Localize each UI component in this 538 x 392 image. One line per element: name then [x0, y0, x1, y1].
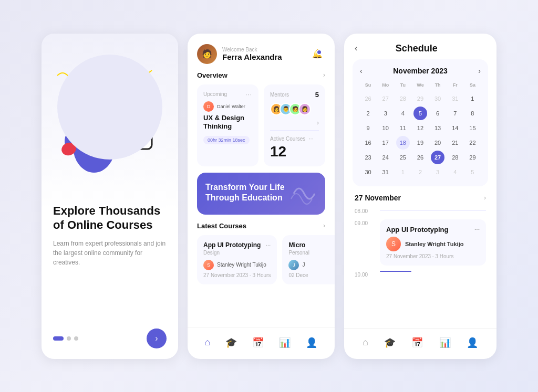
- cal-day-oct26[interactable]: 26: [361, 92, 375, 105]
- nav-profile-icon[interactable]: 👤: [303, 335, 320, 351]
- course-1-author-name: Stanley Wright Tukijo: [217, 262, 266, 268]
- course-1-menu-icon[interactable]: ···: [265, 241, 271, 249]
- event-author-avatar: S: [386, 237, 401, 251]
- next-button[interactable]: ›: [147, 329, 167, 348]
- prev-month-button[interactable]: ‹: [360, 67, 363, 75]
- cal-day-5[interactable]: 5: [413, 107, 427, 120]
- latest-courses-label: Latest Courses: [197, 222, 246, 230]
- notification-bell-icon[interactable]: 🔔: [309, 46, 325, 62]
- illustration-area: [42, 34, 178, 191]
- sched-nav-stats-icon[interactable]: 📊: [436, 335, 454, 351]
- calendar-grid: Su Mo Tu We Th Fr Sa 26 27 28 29 30 31 1…: [360, 81, 481, 179]
- sched-nav-calendar-icon[interactable]: 📅: [408, 335, 426, 351]
- event-author-row: S Stanley Wright Tukijo: [386, 237, 480, 251]
- cal-day-29[interactable]: 29: [465, 151, 479, 164]
- cal-day-21[interactable]: 21: [448, 136, 462, 150]
- cal-day-18[interactable]: 18: [396, 136, 410, 150]
- cal-day-28[interactable]: 28: [448, 151, 462, 164]
- schedule-date-chevron-icon[interactable]: ›: [484, 194, 486, 202]
- calendar-widget: ‹ November 2023 › Su Mo Tu We Th Fr Sa 2…: [353, 59, 488, 186]
- bottom-nav: ⌂ 🎓 📅 📊 👤: [188, 327, 335, 359]
- sched-nav-home-icon[interactable]: ⌂: [359, 335, 371, 350]
- cal-day-31[interactable]: 31: [379, 165, 392, 179]
- cal-day-4[interactable]: 4: [396, 107, 410, 120]
- active-courses-section: Active Courses ·· 12: [270, 130, 319, 160]
- nav-courses-icon[interactable]: 🎓: [222, 335, 240, 351]
- cal-header-sa: Sa: [464, 81, 481, 91]
- latest-courses-chevron-icon[interactable]: ›: [323, 222, 325, 229]
- upcoming-instructor-row: D Daniel Walter: [203, 101, 252, 112]
- mentors-card: Mentors 5 👩 👨 🧑 👩 › Active Courses ·· 12: [264, 84, 325, 166]
- mentors-more-icon[interactable]: ›: [317, 119, 319, 126]
- event-card-1[interactable]: App UI Prototyping ··· S Stanley Wright …: [380, 219, 486, 266]
- cal-day-dec5[interactable]: 5: [465, 165, 479, 179]
- dot-3[interactable]: [74, 336, 78, 341]
- cal-day-2[interactable]: 2: [361, 107, 375, 120]
- cal-day-oct28[interactable]: 28: [396, 92, 410, 105]
- cal-day-30[interactable]: 30: [361, 165, 375, 179]
- cal-day-8[interactable]: 8: [465, 107, 479, 120]
- instructor-name: Daniel Walter: [217, 104, 245, 109]
- cal-day-dec1[interactable]: 1: [396, 165, 410, 179]
- course-card-2[interactable]: Micro Personal J J 02 Dece: [282, 235, 335, 284]
- cal-day-oct30[interactable]: 30: [431, 92, 444, 105]
- cal-day-15[interactable]: 15: [465, 121, 479, 135]
- overview-chevron-icon[interactable]: ›: [323, 71, 325, 79]
- dot-1[interactable]: [53, 336, 64, 341]
- nav-calendar-icon[interactable]: 📅: [249, 335, 267, 351]
- course-card-1[interactable]: App UI Prototyping ··· Design S Stanley …: [197, 235, 277, 284]
- cal-day-dec2[interactable]: 2: [413, 165, 427, 179]
- course-2-author-row: J J: [288, 260, 335, 270]
- cal-day-3[interactable]: 3: [379, 107, 392, 120]
- cal-day-oct31[interactable]: 31: [448, 92, 462, 105]
- cal-day-dec3[interactable]: 3: [431, 165, 444, 179]
- course-1-author-row: S Stanley Wright Tukijo: [203, 260, 271, 270]
- upcoming-menu-icon[interactable]: ···: [245, 91, 252, 98]
- cal-day-14[interactable]: 14: [448, 121, 462, 135]
- banner-text: Transform Your Life Through Education: [205, 182, 295, 204]
- sched-nav-courses-icon[interactable]: 🎓: [381, 335, 399, 351]
- upcoming-card: Upcoming ··· D Daniel Walter UX & Design…: [197, 84, 258, 166]
- hero-title: Explore Thousands of Online Courses: [53, 204, 167, 232]
- nav-stats-icon[interactable]: 📊: [276, 335, 294, 351]
- next-month-button[interactable]: ›: [478, 67, 481, 75]
- cal-day-10[interactable]: 10: [379, 121, 392, 135]
- mentors-header: Mentors 5: [270, 91, 319, 99]
- cal-day-12[interactable]: 12: [413, 121, 427, 135]
- cal-day-oct29[interactable]: 29: [413, 92, 427, 105]
- current-time-indicator: [380, 271, 411, 272]
- promo-banner[interactable]: Transform Your Life Through Education: [197, 173, 325, 215]
- cal-day-24[interactable]: 24: [379, 151, 392, 164]
- cal-day-19[interactable]: 19: [413, 136, 427, 150]
- active-courses-menu-icon[interactable]: ··: [309, 135, 314, 142]
- cal-day-22[interactable]: 22: [465, 136, 479, 150]
- course-1-title: App UI Prototyping: [203, 241, 261, 249]
- sched-nav-profile-icon[interactable]: 👤: [463, 335, 481, 351]
- mentor-avatars-row: 👩 👨 🧑 👩: [270, 103, 319, 115]
- nav-home-icon[interactable]: ⌂: [202, 335, 214, 350]
- user-avatar: 🧑: [197, 44, 217, 64]
- cal-day-9[interactable]: 9: [361, 121, 375, 135]
- cal-day-20[interactable]: 20: [431, 136, 444, 150]
- cal-day-17[interactable]: 17: [379, 136, 392, 150]
- hero-subtitle: Learn from expert professionals and join…: [53, 239, 167, 267]
- cal-day-13[interactable]: 13: [431, 121, 444, 135]
- cal-day-oct27[interactable]: 27: [379, 92, 392, 105]
- cal-day-1[interactable]: 1: [465, 92, 479, 105]
- cal-header-tu: Tu: [395, 81, 411, 91]
- cal-day-23[interactable]: 23: [361, 151, 375, 164]
- schedule-header: ‹ Schedule: [344, 34, 496, 59]
- cal-day-7[interactable]: 7: [448, 107, 462, 120]
- cal-day-26[interactable]: 26: [413, 151, 427, 164]
- cal-day-dec4[interactable]: 4: [448, 165, 462, 179]
- cal-day-6[interactable]: 6: [431, 107, 444, 120]
- cal-day-27[interactable]: 27: [431, 151, 444, 164]
- time-label-9: 09.00: [355, 219, 374, 226]
- dot-2[interactable]: [67, 336, 71, 341]
- cal-header-fr: Fr: [447, 81, 463, 91]
- cal-day-16[interactable]: 16: [361, 136, 375, 150]
- course-1-author-avatar: S: [203, 260, 214, 270]
- cal-day-25[interactable]: 25: [396, 151, 410, 164]
- cal-day-11[interactable]: 11: [396, 121, 410, 135]
- event-menu-icon[interactable]: ···: [474, 226, 480, 234]
